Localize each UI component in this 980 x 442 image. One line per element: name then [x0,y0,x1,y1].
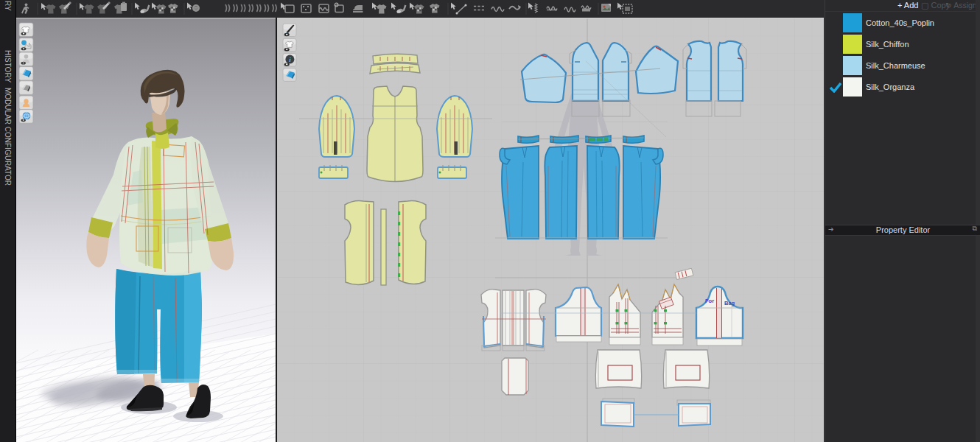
svg-text:Bag: Bag [724,300,735,306]
svg-text:For: For [705,298,714,304]
